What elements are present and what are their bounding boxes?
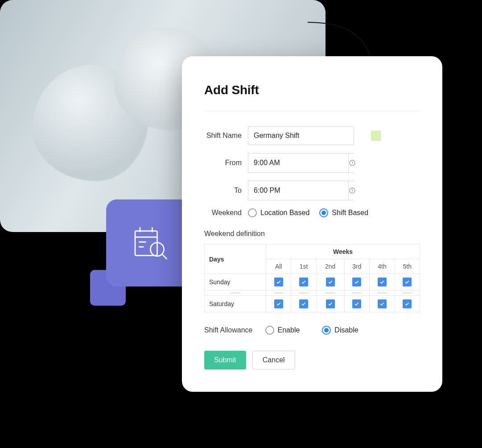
separator-cell	[291, 290, 316, 296]
th-weeks: Weeks	[266, 245, 420, 259]
radio-allowance-disable[interactable]: Disable	[322, 326, 358, 335]
separator-cell	[316, 290, 344, 296]
clock-icon	[349, 159, 356, 166]
modal-title: Add Shift	[204, 83, 420, 97]
svg-line-7	[162, 254, 167, 259]
check-cell[interactable]	[316, 274, 344, 290]
separator-cell	[370, 290, 395, 296]
separator-cell	[344, 290, 370, 296]
radio-dot-icon	[248, 208, 257, 217]
label-weekend-definition: Weekend definition	[204, 230, 420, 238]
check-cell[interactable]	[344, 296, 370, 312]
th-col: 3rd	[344, 259, 370, 274]
add-shift-modal: Add Shift Shift Name From To Weekend Loc…	[182, 56, 442, 392]
divider	[204, 111, 420, 111]
to-time-wrap	[248, 181, 354, 200]
label-weekend: Weekend	[204, 209, 248, 217]
check-icon	[403, 278, 412, 286]
check-icon	[274, 299, 283, 308]
check-cell[interactable]	[291, 296, 316, 312]
radio-label-enable: Enable	[278, 326, 300, 334]
check-icon	[274, 278, 283, 286]
check-cell[interactable]	[266, 274, 291, 290]
check-icon	[403, 299, 412, 308]
calendar-search-icon	[130, 224, 169, 263]
separator-row	[205, 290, 420, 296]
th-days: Days	[205, 245, 266, 274]
from-time-picker-button[interactable]	[348, 153, 356, 172]
table-row: Saturday	[205, 296, 420, 312]
radio-label-location: Location Based	[260, 209, 309, 217]
calendar-search-tile	[106, 199, 193, 286]
check-icon	[299, 278, 308, 286]
check-icon	[299, 299, 308, 308]
check-icon	[378, 278, 387, 286]
label-to: To	[204, 187, 248, 195]
check-cell[interactable]	[370, 274, 395, 290]
day-name-cell: Sunday	[205, 274, 266, 290]
label-shift-name: Shift Name	[204, 132, 248, 140]
th-col: 5th	[395, 259, 420, 274]
from-time-input[interactable]	[248, 153, 348, 172]
check-icon	[326, 278, 335, 286]
radio-allowance-enable[interactable]: Enable	[265, 326, 300, 335]
label-shift-allowance: Shift Allowance	[204, 326, 253, 334]
label-from: From	[204, 159, 248, 167]
row-shift-name: Shift Name	[204, 126, 420, 145]
to-time-input[interactable]	[248, 181, 348, 200]
day-name-cell: Saturday	[205, 296, 266, 312]
check-cell[interactable]	[266, 296, 291, 312]
check-cell[interactable]	[291, 274, 316, 290]
check-cell[interactable]	[395, 274, 420, 290]
check-cell[interactable]	[316, 296, 344, 312]
table-row: Sunday	[205, 274, 420, 290]
check-icon	[378, 299, 387, 308]
radio-location-based[interactable]: Location Based	[248, 208, 309, 217]
radio-label-shift: Shift Based	[332, 209, 368, 217]
row-from: From	[204, 153, 420, 173]
th-col: All	[266, 259, 291, 274]
row-shift-allowance: Shift Allowance Enable Disable	[204, 326, 420, 335]
clock-icon	[349, 187, 356, 194]
check-icon	[326, 299, 335, 308]
from-time-wrap	[248, 153, 354, 173]
weekend-definition-table: Days Weeks All 1st 2nd 3rd 4th 5th Sunda…	[204, 244, 420, 312]
separator-cell	[266, 290, 291, 296]
separator-cell	[395, 290, 420, 296]
submit-button[interactable]: Submit	[204, 351, 246, 369]
row-weekend: Weekend Location Based Shift Based	[204, 208, 420, 217]
check-icon	[352, 278, 361, 286]
to-time-picker-button[interactable]	[348, 181, 356, 200]
check-icon	[352, 299, 361, 308]
check-cell[interactable]	[370, 296, 395, 312]
radio-shift-based[interactable]: Shift Based	[319, 208, 368, 217]
check-cell[interactable]	[344, 274, 370, 290]
th-col: 4th	[370, 259, 395, 274]
shift-color-swatch[interactable]	[371, 131, 381, 141]
cancel-button[interactable]: Cancel	[252, 351, 295, 369]
th-col: 2nd	[316, 259, 344, 274]
check-cell[interactable]	[395, 296, 420, 312]
shift-name-input[interactable]	[248, 126, 354, 145]
th-col: 1st	[291, 259, 316, 274]
radio-dot-icon	[319, 208, 328, 217]
radio-label-disable: Disable	[334, 326, 358, 334]
radio-dot-icon	[265, 326, 274, 335]
row-to: To	[204, 181, 420, 200]
separator-cell	[205, 290, 266, 296]
radio-dot-icon	[322, 326, 331, 335]
button-row: Submit Cancel	[204, 351, 420, 369]
